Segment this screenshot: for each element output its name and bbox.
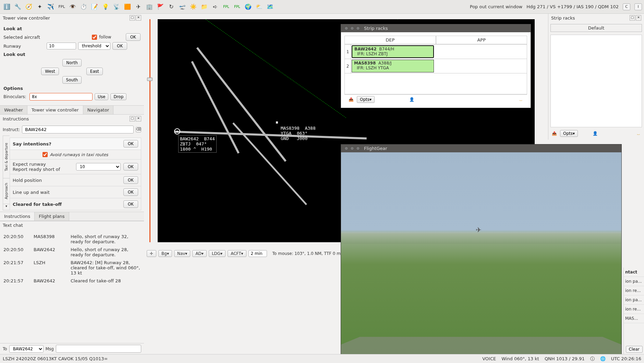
fg-close-icon[interactable] — [344, 147, 348, 150]
strip-opts-button[interactable]: Opts▾ — [357, 96, 375, 103]
info-icon[interactable]: ℹ️ — [2, 2, 12, 12]
tab-flight-plans[interactable]: Flight plans — [35, 212, 69, 221]
tab-tower-view[interactable]: Tower view controller — [27, 106, 83, 114]
window-close-icon[interactable] — [344, 26, 348, 30]
aircraft-marker-2[interactable] — [276, 121, 278, 124]
to-select[interactable]: BAW2642 — [9, 345, 44, 353]
zoom-slider[interactable] — [146, 19, 154, 242]
drop-button[interactable]: Drop — [110, 93, 126, 100]
instructions-popout-icon[interactable]: ▢ — [130, 116, 135, 121]
north-button[interactable]: North — [62, 59, 82, 67]
avoid-runways-checkbox[interactable] — [42, 152, 48, 157]
close-icon[interactable]: ✕ — [136, 15, 141, 21]
fg-min-icon[interactable] — [350, 147, 354, 150]
line-up-ok-button[interactable]: OK — [123, 188, 138, 196]
acft-button[interactable]: ACFT▾ — [228, 250, 246, 257]
msg-input[interactable] — [56, 345, 141, 353]
hold-position-ok-button[interactable]: OK — [123, 176, 138, 184]
cleared-takeoff-ok-button[interactable]: OK — [123, 200, 138, 208]
weather-icon[interactable]: ⛅ — [254, 2, 264, 12]
stopwatch-icon[interactable]: ⏱️ — [79, 2, 88, 12]
aircraft2-icon[interactable]: 🛫 — [178, 2, 187, 12]
chat-body[interactable]: 20:20:50MAS8398Hello, short of runway 32… — [0, 229, 144, 343]
runway-input[interactable] — [47, 43, 76, 49]
crosshair-icon[interactable]: ✛ — [147, 250, 156, 257]
aircraft-marker[interactable] — [174, 128, 180, 134]
default-rack-label[interactable]: Default — [550, 24, 642, 32]
flightgear-view[interactable]: ✈︎ — [341, 152, 621, 356]
note-icon[interactable]: 📝 — [90, 2, 99, 12]
window-min-icon[interactable] — [350, 26, 354, 30]
tab-navigator[interactable]: Navigator — [83, 106, 114, 114]
plane-icon[interactable]: ✈️ — [46, 2, 56, 12]
radar-icon[interactable]: 🟧 — [123, 2, 132, 12]
arrow-icon[interactable]: ➪ — [210, 2, 220, 12]
south-button[interactable]: South — [62, 76, 82, 84]
eye-icon[interactable]: 👁️ — [68, 2, 77, 12]
bulb-icon[interactable]: 💡 — [101, 2, 110, 12]
time-input[interactable] — [248, 250, 267, 257]
ad-button[interactable]: AD▾ — [192, 250, 206, 257]
say-intentions-ok-button[interactable]: OK — [123, 140, 138, 148]
aircraft-label-mas8398[interactable]: MAS8398 A388 YTGA 063° GND J000 — [279, 125, 317, 142]
clear-button[interactable]: Clear — [626, 346, 643, 353]
flight-strip[interactable]: MAS8398 A388/J IFR: LSZH YTGA — [352, 60, 434, 72]
aircraft-label-baw2642[interactable]: BAW2642 B744 ZBTJ 047° 1800 ^ H190 — [178, 135, 217, 153]
tab-weather[interactable]: Weather — [0, 106, 27, 114]
sun-icon[interactable]: ☀️ — [189, 2, 198, 12]
flightgear-title-bar[interactable]: FlightGear — [341, 144, 621, 152]
map-icon[interactable]: 🗺️ — [265, 2, 275, 12]
right-strip-area[interactable] — [550, 35, 642, 127]
right-strip-opts-button[interactable]: Opts▾ — [560, 130, 578, 137]
side-tab-taxi-departure[interactable]: Taxi & departure — [3, 136, 10, 178]
jet-icon[interactable]: ✈︎ — [134, 2, 143, 12]
fpl-icon[interactable]: FPL — [57, 2, 66, 12]
tower-icon[interactable]: 🏢 — [145, 2, 154, 12]
status-info-icon[interactable]: ⓘ — [590, 356, 595, 362]
binoculars-input[interactable] — [29, 93, 93, 101]
use-button[interactable]: Use — [95, 93, 108, 100]
c-button[interactable]: C — [623, 3, 630, 10]
east-button[interactable]: East — [86, 68, 103, 75]
ldg-button[interactable]: LDG▾ — [209, 250, 226, 257]
strip-person-icon[interactable]: 👤 — [408, 96, 415, 103]
runway-ok-button[interactable]: OK — [112, 42, 127, 50]
right-strip-popout-icon[interactable]: ▢ — [630, 15, 635, 21]
nav-button[interactable]: Nav▾ — [174, 250, 190, 257]
right-strip-bay-icon[interactable]: ⎵ — [634, 130, 642, 137]
flag-icon[interactable]: 🚩 — [156, 2, 165, 12]
window-max-icon[interactable] — [356, 26, 360, 30]
fpl-in-icon[interactable]: FPL — [221, 2, 231, 12]
globe-icon[interactable]: 🌍 — [243, 2, 253, 12]
i-button[interactable]: I — [634, 3, 642, 10]
side-tab-more-icon[interactable]: ▾ — [3, 204, 10, 210]
expect-runway-select[interactable]: 10 — [76, 163, 121, 171]
strip-delete-icon[interactable]: 📤 — [347, 96, 355, 103]
bg-button[interactable]: Bg▾ — [158, 250, 172, 257]
follow-checkbox[interactable] — [92, 35, 97, 40]
right-strip-delete-icon[interactable]: 📤 — [550, 130, 558, 137]
reload-icon[interactable]: ↻ — [167, 2, 176, 12]
west-button[interactable]: West — [41, 68, 59, 75]
wrench-icon[interactable]: 🔧 — [13, 2, 23, 12]
antenna-icon[interactable]: 📡 — [112, 2, 121, 12]
fpl-out-icon[interactable]: FPL — [232, 2, 242, 12]
instructions-close-icon[interactable]: ✕ — [136, 116, 141, 121]
compass-icon[interactable]: 🧭 — [24, 2, 34, 12]
fg-max-icon[interactable] — [356, 147, 360, 150]
clear-instruct-icon[interactable]: ⌫ — [136, 127, 141, 132]
folder-icon[interactable]: 📁 — [199, 2, 209, 12]
side-tab-approach[interactable]: Approach — [3, 178, 10, 204]
status-globe-icon[interactable]: 🌐 — [600, 356, 606, 361]
right-strip-close-icon[interactable]: ✕ — [636, 15, 641, 21]
selected-aircraft-ok-button[interactable]: OK — [126, 33, 141, 41]
strip-racks-title-bar[interactable]: Strip racks — [341, 24, 531, 32]
popout-icon[interactable]: ▢ — [130, 15, 135, 21]
popout-link[interactable]: Pop out current window — [470, 4, 523, 9]
instruct-input[interactable] — [22, 126, 134, 133]
strip-bay-icon[interactable]: ⎵ — [517, 96, 524, 103]
right-strip-person-icon[interactable]: 👤 — [592, 130, 599, 137]
threshold-select[interactable]: threshold — [78, 42, 110, 50]
expect-runway-ok-button[interactable]: OK — [123, 163, 138, 171]
tab-instructions[interactable]: Instructions — [0, 212, 35, 221]
